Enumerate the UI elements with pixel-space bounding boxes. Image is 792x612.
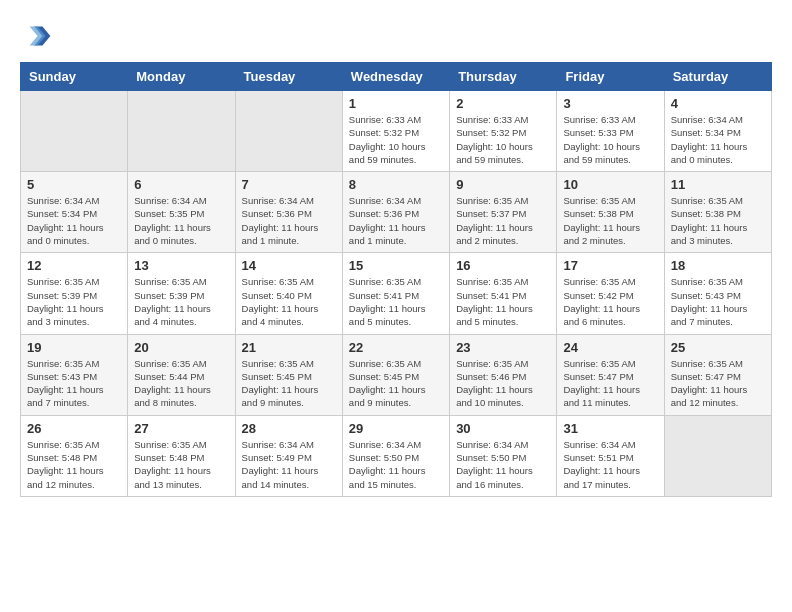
calendar-cell: 1Sunrise: 6:33 AMSunset: 5:32 PMDaylight… xyxy=(342,91,449,172)
calendar-cell: 11Sunrise: 6:35 AMSunset: 5:38 PMDayligh… xyxy=(664,172,771,253)
day-number: 3 xyxy=(563,96,657,111)
calendar-cell: 7Sunrise: 6:34 AMSunset: 5:36 PMDaylight… xyxy=(235,172,342,253)
day-info: Sunrise: 6:35 AMSunset: 5:47 PMDaylight:… xyxy=(671,357,765,410)
day-info: Sunrise: 6:34 AMSunset: 5:35 PMDaylight:… xyxy=(134,194,228,247)
day-info: Sunrise: 6:35 AMSunset: 5:47 PMDaylight:… xyxy=(563,357,657,410)
day-info: Sunrise: 6:35 AMSunset: 5:39 PMDaylight:… xyxy=(27,275,121,328)
calendar-cell: 27Sunrise: 6:35 AMSunset: 5:48 PMDayligh… xyxy=(128,415,235,496)
calendar-week-row: 19Sunrise: 6:35 AMSunset: 5:43 PMDayligh… xyxy=(21,334,772,415)
day-number: 11 xyxy=(671,177,765,192)
weekday-header: Wednesday xyxy=(342,63,449,91)
day-number: 17 xyxy=(563,258,657,273)
calendar-cell: 30Sunrise: 6:34 AMSunset: 5:50 PMDayligh… xyxy=(450,415,557,496)
day-info: Sunrise: 6:35 AMSunset: 5:38 PMDaylight:… xyxy=(671,194,765,247)
weekday-header: Sunday xyxy=(21,63,128,91)
day-number: 23 xyxy=(456,340,550,355)
day-info: Sunrise: 6:35 AMSunset: 5:39 PMDaylight:… xyxy=(134,275,228,328)
calendar-cell xyxy=(664,415,771,496)
calendar-cell: 3Sunrise: 6:33 AMSunset: 5:33 PMDaylight… xyxy=(557,91,664,172)
calendar-cell: 20Sunrise: 6:35 AMSunset: 5:44 PMDayligh… xyxy=(128,334,235,415)
day-number: 14 xyxy=(242,258,336,273)
day-info: Sunrise: 6:35 AMSunset: 5:45 PMDaylight:… xyxy=(242,357,336,410)
day-number: 12 xyxy=(27,258,121,273)
calendar-cell: 15Sunrise: 6:35 AMSunset: 5:41 PMDayligh… xyxy=(342,253,449,334)
day-number: 7 xyxy=(242,177,336,192)
calendar-cell: 31Sunrise: 6:34 AMSunset: 5:51 PMDayligh… xyxy=(557,415,664,496)
calendar-week-row: 5Sunrise: 6:34 AMSunset: 5:34 PMDaylight… xyxy=(21,172,772,253)
day-info: Sunrise: 6:35 AMSunset: 5:45 PMDaylight:… xyxy=(349,357,443,410)
day-info: Sunrise: 6:35 AMSunset: 5:41 PMDaylight:… xyxy=(456,275,550,328)
day-info: Sunrise: 6:35 AMSunset: 5:46 PMDaylight:… xyxy=(456,357,550,410)
day-number: 26 xyxy=(27,421,121,436)
calendar-cell xyxy=(235,91,342,172)
calendar-header-row: SundayMondayTuesdayWednesdayThursdayFrid… xyxy=(21,63,772,91)
day-info: Sunrise: 6:35 AMSunset: 5:48 PMDaylight:… xyxy=(134,438,228,491)
day-info: Sunrise: 6:35 AMSunset: 5:44 PMDaylight:… xyxy=(134,357,228,410)
day-number: 29 xyxy=(349,421,443,436)
logo xyxy=(20,20,58,52)
day-number: 9 xyxy=(456,177,550,192)
day-number: 2 xyxy=(456,96,550,111)
calendar-cell: 23Sunrise: 6:35 AMSunset: 5:46 PMDayligh… xyxy=(450,334,557,415)
day-info: Sunrise: 6:35 AMSunset: 5:37 PMDaylight:… xyxy=(456,194,550,247)
day-number: 20 xyxy=(134,340,228,355)
day-info: Sunrise: 6:35 AMSunset: 5:38 PMDaylight:… xyxy=(563,194,657,247)
calendar-cell: 17Sunrise: 6:35 AMSunset: 5:42 PMDayligh… xyxy=(557,253,664,334)
day-number: 30 xyxy=(456,421,550,436)
calendar-cell: 26Sunrise: 6:35 AMSunset: 5:48 PMDayligh… xyxy=(21,415,128,496)
calendar-week-row: 26Sunrise: 6:35 AMSunset: 5:48 PMDayligh… xyxy=(21,415,772,496)
day-info: Sunrise: 6:35 AMSunset: 5:48 PMDaylight:… xyxy=(27,438,121,491)
day-number: 31 xyxy=(563,421,657,436)
calendar-table: SundayMondayTuesdayWednesdayThursdayFrid… xyxy=(20,62,772,497)
day-number: 16 xyxy=(456,258,550,273)
day-info: Sunrise: 6:33 AMSunset: 5:32 PMDaylight:… xyxy=(456,113,550,166)
calendar-cell: 16Sunrise: 6:35 AMSunset: 5:41 PMDayligh… xyxy=(450,253,557,334)
day-number: 13 xyxy=(134,258,228,273)
day-info: Sunrise: 6:35 AMSunset: 5:42 PMDaylight:… xyxy=(563,275,657,328)
calendar-cell: 25Sunrise: 6:35 AMSunset: 5:47 PMDayligh… xyxy=(664,334,771,415)
day-info: Sunrise: 6:34 AMSunset: 5:36 PMDaylight:… xyxy=(242,194,336,247)
weekday-header: Monday xyxy=(128,63,235,91)
calendar-week-row: 12Sunrise: 6:35 AMSunset: 5:39 PMDayligh… xyxy=(21,253,772,334)
day-info: Sunrise: 6:35 AMSunset: 5:40 PMDaylight:… xyxy=(242,275,336,328)
day-number: 19 xyxy=(27,340,121,355)
calendar-cell xyxy=(128,91,235,172)
calendar-cell: 21Sunrise: 6:35 AMSunset: 5:45 PMDayligh… xyxy=(235,334,342,415)
day-info: Sunrise: 6:34 AMSunset: 5:34 PMDaylight:… xyxy=(27,194,121,247)
day-number: 28 xyxy=(242,421,336,436)
calendar-cell: 2Sunrise: 6:33 AMSunset: 5:32 PMDaylight… xyxy=(450,91,557,172)
page-header xyxy=(20,20,772,52)
day-number: 10 xyxy=(563,177,657,192)
calendar-cell: 24Sunrise: 6:35 AMSunset: 5:47 PMDayligh… xyxy=(557,334,664,415)
day-number: 6 xyxy=(134,177,228,192)
day-info: Sunrise: 6:35 AMSunset: 5:41 PMDaylight:… xyxy=(349,275,443,328)
calendar-cell: 14Sunrise: 6:35 AMSunset: 5:40 PMDayligh… xyxy=(235,253,342,334)
calendar-cell: 18Sunrise: 6:35 AMSunset: 5:43 PMDayligh… xyxy=(664,253,771,334)
calendar-cell: 12Sunrise: 6:35 AMSunset: 5:39 PMDayligh… xyxy=(21,253,128,334)
calendar-cell: 10Sunrise: 6:35 AMSunset: 5:38 PMDayligh… xyxy=(557,172,664,253)
day-number: 1 xyxy=(349,96,443,111)
calendar-week-row: 1Sunrise: 6:33 AMSunset: 5:32 PMDaylight… xyxy=(21,91,772,172)
calendar-cell: 29Sunrise: 6:34 AMSunset: 5:50 PMDayligh… xyxy=(342,415,449,496)
weekday-header: Friday xyxy=(557,63,664,91)
calendar-cell: 22Sunrise: 6:35 AMSunset: 5:45 PMDayligh… xyxy=(342,334,449,415)
calendar-cell: 8Sunrise: 6:34 AMSunset: 5:36 PMDaylight… xyxy=(342,172,449,253)
day-info: Sunrise: 6:34 AMSunset: 5:36 PMDaylight:… xyxy=(349,194,443,247)
day-number: 22 xyxy=(349,340,443,355)
calendar-cell: 5Sunrise: 6:34 AMSunset: 5:34 PMDaylight… xyxy=(21,172,128,253)
calendar-cell: 4Sunrise: 6:34 AMSunset: 5:34 PMDaylight… xyxy=(664,91,771,172)
day-number: 5 xyxy=(27,177,121,192)
day-info: Sunrise: 6:33 AMSunset: 5:32 PMDaylight:… xyxy=(349,113,443,166)
day-number: 21 xyxy=(242,340,336,355)
weekday-header: Tuesday xyxy=(235,63,342,91)
day-number: 24 xyxy=(563,340,657,355)
calendar-cell: 13Sunrise: 6:35 AMSunset: 5:39 PMDayligh… xyxy=(128,253,235,334)
day-number: 4 xyxy=(671,96,765,111)
day-info: Sunrise: 6:34 AMSunset: 5:34 PMDaylight:… xyxy=(671,113,765,166)
day-number: 8 xyxy=(349,177,443,192)
day-info: Sunrise: 6:34 AMSunset: 5:49 PMDaylight:… xyxy=(242,438,336,491)
day-info: Sunrise: 6:35 AMSunset: 5:43 PMDaylight:… xyxy=(27,357,121,410)
weekday-header: Thursday xyxy=(450,63,557,91)
day-info: Sunrise: 6:34 AMSunset: 5:51 PMDaylight:… xyxy=(563,438,657,491)
calendar-cell: 28Sunrise: 6:34 AMSunset: 5:49 PMDayligh… xyxy=(235,415,342,496)
